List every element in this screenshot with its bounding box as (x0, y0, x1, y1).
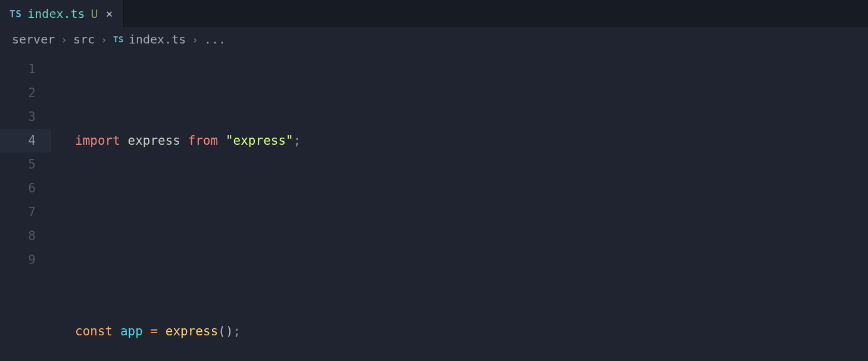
code-line[interactable] (51, 224, 868, 248)
line-number: 1 (0, 57, 51, 81)
code-area[interactable]: import express from "express"; const app… (51, 51, 868, 361)
code-line[interactable]: import express from "express"; (51, 129, 868, 153)
breadcrumb: server › src › TS index.ts › ... (0, 27, 868, 51)
line-number-gutter: 1 2 3 4 5 6 7 8 9 (0, 51, 51, 361)
line-number: 6 (0, 176, 51, 200)
token-punct: ; (294, 133, 301, 148)
token-string: "express" (226, 133, 294, 148)
line-number: 7 (0, 200, 51, 224)
chevron-right-icon: › (61, 33, 67, 46)
typescript-icon: TS (113, 35, 124, 44)
token-call: express (166, 324, 218, 338)
line-number: 9 (0, 248, 51, 272)
chevron-right-icon: › (101, 33, 107, 46)
close-icon[interactable]: ✕ (104, 8, 115, 19)
tab-git-status: U (91, 7, 98, 21)
token-keyword: from (188, 133, 218, 148)
code-line[interactable]: const app = express(); (51, 319, 868, 343)
line-number: 5 (0, 153, 51, 176)
token-punct: ) (226, 324, 233, 338)
chevron-right-icon: › (192, 33, 198, 46)
token-punct: ( (218, 324, 226, 338)
typescript-icon: TS (10, 8, 21, 20)
line-number: 4 (0, 129, 51, 153)
line-number: 8 (0, 224, 51, 248)
tab-index-ts[interactable]: TS index.ts U ✕ (0, 0, 124, 27)
token-var: app (120, 324, 143, 338)
token-op: = (150, 324, 158, 338)
token-keyword: import (75, 133, 120, 148)
breadcrumb-folder-server[interactable]: server (12, 32, 55, 46)
token-ident: express (128, 133, 181, 148)
token-punct: ; (233, 324, 241, 338)
breadcrumb-symbol-ellipsis[interactable]: ... (204, 32, 226, 46)
breadcrumb-file-name: index.ts (129, 32, 186, 46)
code-editor[interactable]: 1 2 3 4 5 6 7 8 9 import express from "e… (0, 51, 868, 361)
breadcrumb-file[interactable]: TS index.ts (113, 32, 186, 46)
tab-filename: index.ts (27, 7, 85, 21)
breadcrumb-folder-src[interactable]: src (73, 32, 95, 46)
line-number: 3 (0, 105, 51, 129)
tab-bar: TS index.ts U ✕ (0, 0, 868, 27)
token-keyword: const (75, 324, 113, 338)
line-number: 2 (0, 81, 51, 105)
